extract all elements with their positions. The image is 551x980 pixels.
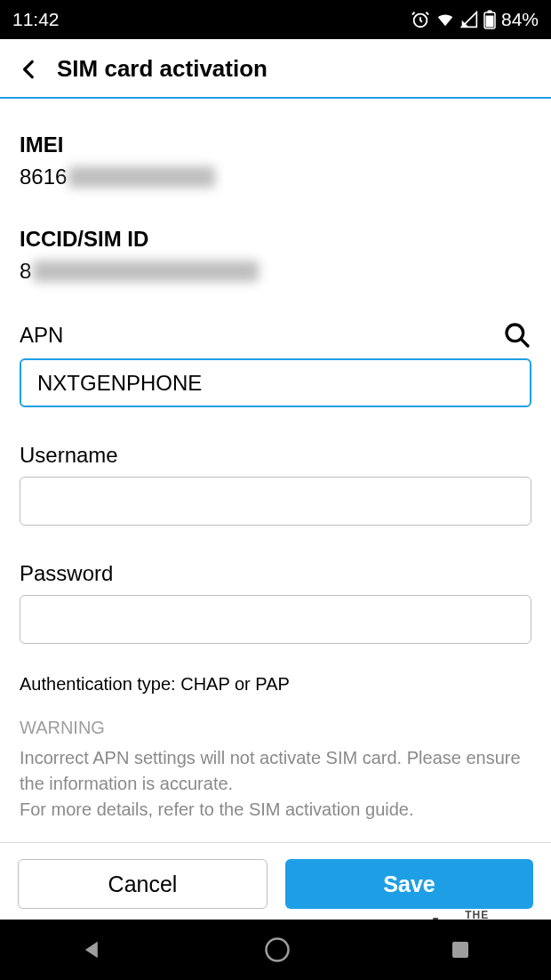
warning-text: Incorrect APN settings will not activate… [20,745,531,823]
iccid-label: ICCID/SIM ID [20,227,531,252]
nav-recent-icon[interactable] [450,939,471,960]
apn-row: APN [20,321,531,349]
svg-line-5 [522,340,528,346]
status-bar: 11:42 84% [0,0,551,39]
battery-icon [483,10,496,29]
alarm-icon [411,10,430,29]
cancel-button[interactable]: Cancel [18,859,268,909]
auth-type: Authentication type: CHAP or PAP [20,674,531,695]
svg-point-6 [266,939,288,961]
imei-label: IMEI [20,133,531,157]
username-input[interactable] [20,477,531,526]
apn-label: APN [20,323,63,348]
battery-percent: 84% [501,9,539,30]
wifi-icon [435,10,455,29]
apn-input[interactable] [20,358,531,407]
svg-rect-2 [485,16,493,28]
imei-visible: 8616 [20,165,67,189]
search-icon[interactable] [503,321,531,349]
password-input[interactable] [20,595,531,644]
button-row: Cancel Save [0,843,551,925]
save-button[interactable]: Save [285,859,533,909]
warning-title: WARNING [20,718,531,738]
content: IMEI 8616 ICCID/SIM ID 8 APN Username Pa… [0,99,551,823]
status-right: 84% [411,9,539,30]
iccid-visible: 8 [20,259,31,284]
nav-back-icon[interactable] [80,937,105,962]
status-time: 11:42 [12,9,60,30]
iccid-redacted [33,261,259,282]
imei-value: 8616 [20,165,531,189]
username-label: Username [20,443,531,468]
nav-home-icon[interactable] [264,936,291,963]
iccid-value: 8 [20,259,531,284]
signal-icon [460,11,478,28]
svg-rect-7 [452,942,468,958]
page-title: SIM card activation [57,55,268,83]
header: SIM card activation [0,39,551,99]
back-icon[interactable] [18,58,41,81]
svg-rect-3 [487,11,491,13]
nav-bar [0,920,551,980]
imei-redacted [68,166,215,188]
password-label: Password [20,561,531,586]
